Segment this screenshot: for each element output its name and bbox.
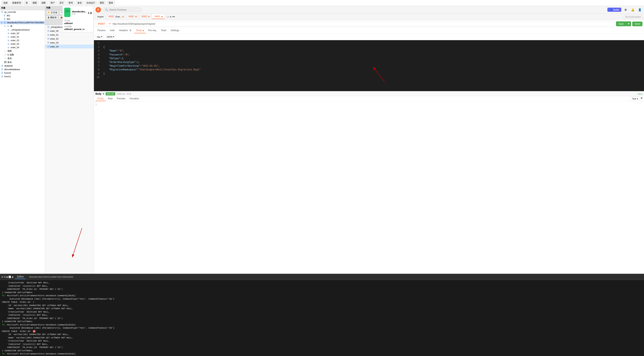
chevron-down-icon-2: ▾ — [113, 36, 114, 38]
split-icon-2[interactable]: ▣ — [12, 276, 13, 278]
grid-icon-2[interactable]: ▦ — [6, 276, 8, 278]
tree-item-dbdbbd0[interactable]: 🗄 dbdbbd0 — [0, 64, 45, 68]
body-type-select[interactable]: raw ▾ — [96, 35, 104, 39]
tree-item-order01[interactable]: ⊞ order_01 — [0, 35, 45, 39]
btn-backup[interactable]: 备份 — [76, 1, 84, 5]
btn-delete-table[interactable]: 🗑 删除表 — [46, 16, 58, 20]
tree-item-efmig[interactable]: ⊞ _efmigrationshistory — [0, 28, 45, 32]
btn-new-query[interactable]: 新建查询 — [10, 1, 23, 5]
btn-view[interactable]: 视图 — [31, 1, 38, 5]
pm-tab-import[interactable]: Import — [96, 15, 106, 19]
req-tab-params[interactable]: Params — [96, 28, 108, 33]
search-box[interactable]: 🔍 — [102, 8, 142, 12]
pm-tab-post3[interactable]: POST — [139, 15, 152, 19]
tree-item-qy-concrete[interactable]: 🗄 qy_concrete — [0, 10, 45, 14]
tree-item-dbmulti[interactable]: 🗄 dbmultidatabase — [0, 68, 45, 71]
tree-scroll[interactable]: 🗄 qy_concrete 🗄 db1 🗄 db2 ▼ 🗄 dbaedbcdba… — [0, 10, 45, 274]
send-btn[interactable]: Send — [632, 22, 642, 26]
pm-tab-over[interactable]: POST Over... — [106, 15, 126, 19]
btn-user[interactable]: 用户 — [49, 1, 56, 5]
btn-model[interactable]: 模型 — [98, 1, 106, 5]
req-tab-headers[interactable]: Headers 9 — [117, 28, 134, 33]
next-icon[interactable]: › — [168, 16, 169, 18]
notification-icon-btn[interactable]: 🔔 — [630, 7, 636, 13]
btn-open-table[interactable]: 📂 打开表 — [46, 11, 59, 15]
tree-item-view[interactable]: ▷ 视图 — [0, 49, 45, 53]
search-icon: 🔍 — [105, 9, 108, 11]
response-label: Body — [96, 92, 101, 95]
tree-item-db1[interactable]: 🗄 db1 — [0, 14, 45, 17]
save-response-btn[interactable]: Save — [638, 93, 642, 95]
table-item-order01[interactable]: ⊞ order_01 — [45, 33, 94, 37]
resp-tab-pretty[interactable]: Pretty — [96, 96, 106, 101]
more-icon[interactable]: ••• — [172, 16, 175, 18]
list-icon[interactable]: ☰ — [4, 276, 6, 278]
response-line-num: 1 — [96, 103, 97, 105]
url-input[interactable] — [112, 23, 613, 25]
tree-item-tables[interactable]: ▼ ⊞ 表 — [0, 24, 45, 28]
headers-count-badge: 9 — [129, 29, 132, 32]
settings-icon-btn[interactable]: ⚙ — [623, 7, 628, 13]
tree-item-query[interactable]: ⬡ 查询 — [0, 57, 45, 60]
method-select[interactable]: POST GET PUT DELETE — [97, 22, 111, 26]
bottom-tab-baota[interactable]: 宝塔56 — [15, 275, 26, 279]
bottom-tab-db[interactable]: dbaedbcdba702b4c1a898794e79d0189b0 — [27, 275, 75, 279]
response-toggle[interactable]: ▾ — [103, 92, 104, 95]
menu-btn[interactable]: ⊞ — [90, 11, 92, 15]
tree-item-order04[interactable]: ⊞ order_04 — [0, 46, 45, 49]
pm-tab-post2[interactable]: POST — [126, 15, 139, 19]
btn-table[interactable]: 表 — [24, 1, 30, 5]
table-item-order04[interactable]: ⊞ order_04 — [45, 45, 94, 49]
expand-icon: ▼ — [1, 22, 3, 24]
tree-item-furion1[interactable]: 🗄 furion1 — [0, 75, 45, 78]
invite-button[interactable]: 👤 Invite — [608, 8, 621, 12]
split-icon[interactable]: ⬜ — [8, 276, 11, 278]
backup-icon: 💾 — [4, 61, 7, 64]
btn-query[interactable]: 查询 — [67, 1, 74, 5]
info-btn[interactable]: ℹ — [88, 11, 89, 15]
invite-label: Invite — [613, 9, 619, 11]
add-tab-icon[interactable]: + — [170, 15, 172, 19]
req-tab-prereq[interactable]: Pre-req. — [146, 28, 158, 33]
tree-item-order00[interactable]: ⊞ order_00 — [0, 32, 45, 35]
table-item-order03[interactable]: ⊞ order_03 — [45, 41, 94, 45]
save-dropdown-btn[interactable]: ▼ — [626, 21, 631, 26]
code-content[interactable]: { "Name":"B", "Password":"B", "DbType":2… — [102, 42, 644, 90]
resp-tab-preview[interactable]: Preview — [115, 96, 127, 101]
avatar-btn[interactable]: 👤 — [637, 7, 642, 13]
no-environment[interactable]: No Environment — [624, 15, 642, 19]
tree-item-furion0[interactable]: 🗄 furion0 — [0, 71, 45, 75]
search-input[interactable] — [109, 9, 138, 11]
table-item-order02[interactable]: ⊞ order_02 — [45, 37, 94, 41]
prev-icon[interactable]: ‹ — [167, 16, 168, 18]
tree-item-order02[interactable]: ⊞ order_02 — [0, 39, 45, 42]
text-format-dropdown[interactable]: Text ▾ — [631, 96, 639, 101]
btn-func[interactable]: 函数 — [40, 1, 48, 5]
req-tab-tests[interactable]: Tests — [159, 28, 168, 33]
pm-tab-post4[interactable]: POST — [152, 15, 164, 19]
code-editor[interactable]: 1 2 3 4 5 6 7 8 9 10 { "Name":"B", "Pass… — [94, 40, 644, 91]
format-select[interactable]: JSON ▾ — [105, 35, 116, 39]
save-button[interactable]: Save — [616, 21, 626, 26]
line-numbers: 1 2 3 4 5 6 7 8 9 10 — [94, 42, 102, 90]
resp-tab-raw[interactable]: Raw — [106, 96, 114, 101]
btn-other[interactable]: 其它 — [58, 1, 66, 5]
resp-tab-visualize[interactable]: Visualize — [128, 96, 141, 101]
btn-connect[interactable]: 连接 — [2, 1, 10, 5]
tree-item-dbaed[interactable]: ▼ 🗄 dbaedbcdba702b4c1a898794e79d0189b0 — [0, 21, 45, 24]
tree-item-backup[interactable]: 💾 备份 — [0, 60, 45, 64]
req-tab-settings[interactable]: Settings — [169, 28, 181, 33]
charset-label: 字符集 — [64, 19, 92, 22]
btn-chart[interactable]: 图表 — [107, 1, 115, 5]
tree-label: _efmigrationshistory — [10, 29, 30, 31]
req-tab-auth[interactable]: Auth — [108, 28, 117, 33]
wrap-icon-btn[interactable]: ≡ — [641, 96, 642, 101]
tree-item-order03[interactable]: ⊞ order_03 — [0, 42, 45, 46]
req-tab-body[interactable]: Body — [134, 28, 146, 33]
tree-item-db2[interactable]: 🗄 db2 — [0, 17, 45, 21]
db-icon: 🗄 — [1, 11, 4, 13]
tree-item-func[interactable]: ƒ fx 函数 — [0, 53, 45, 57]
grid-icon-1[interactable]: ⊞ — [2, 276, 3, 278]
btn-autorun[interactable]: 自动运行 — [85, 1, 97, 5]
terminal-content[interactable]: `CreationTime` datetime NOT NULL, `IsDel… — [0, 280, 644, 356]
